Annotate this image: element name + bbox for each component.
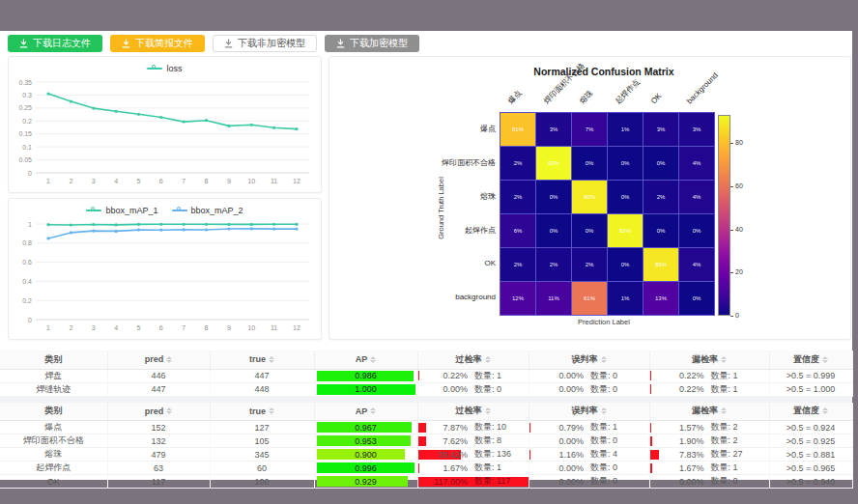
download-log-button[interactable]: 下载日志文件 xyxy=(8,35,102,52)
legend-item-bbox-map-2[interactable]: bbox_mAP_2 xyxy=(172,206,243,215)
column-header[interactable]: 置信度 xyxy=(769,350,852,369)
sort-icon[interactable] xyxy=(269,356,274,363)
matrix-cell: 4% xyxy=(679,147,714,180)
matrix-cell: 3% xyxy=(536,113,571,146)
table-row: 焊印面积不合格 132 105 0.953 7.62%数量: 8 0.00%数量… xyxy=(0,434,852,448)
colorbar-tick-label: 0 xyxy=(735,312,739,319)
matrix-cell: 0% xyxy=(644,214,678,247)
table-row: 爆点 152 127 0.967 7.87%数量: 10 0.79%数量: 1 … xyxy=(0,421,852,434)
colorbar-tick-label: 80 xyxy=(735,139,743,146)
ap-value: 0.929 xyxy=(317,476,415,487)
column-header[interactable]: 过检率 xyxy=(417,350,529,369)
sort-icon[interactable] xyxy=(822,407,828,414)
sort-icon[interactable] xyxy=(601,356,607,363)
metrics-table: 类别predtrueAP过检率误判率漏检率置信度 焊盘 446 447 0.98… xyxy=(0,350,853,397)
table-row: 熔珠 479 345 0.900 39.42%数量: 136 1.16%数量: … xyxy=(0,448,852,462)
legend-item-bbox-map-1[interactable]: bbox_mAP_1 xyxy=(86,206,157,215)
cell-confidence: >0.5 = 0.999 xyxy=(769,369,852,382)
matrix-cell: 92% xyxy=(608,214,643,247)
svg-text:8: 8 xyxy=(205,178,209,184)
download-plain-model-button[interactable]: 下载非加密模型 xyxy=(213,35,317,52)
cell-ap: 0.953 xyxy=(314,434,417,448)
matrix-cell: 0% xyxy=(608,147,643,180)
cell-pred: 63 xyxy=(107,462,210,475)
column-header[interactable]: true xyxy=(210,403,314,421)
svg-text:1: 1 xyxy=(46,324,50,331)
cell-confidence: >0.5 = 1.000 xyxy=(769,382,852,396)
column-header[interactable]: pred xyxy=(107,350,210,369)
cell-pred: 132 xyxy=(107,434,210,448)
sort-icon[interactable] xyxy=(601,407,607,414)
confusion-matrix-title: Normalized Confusion Matrix xyxy=(500,66,708,77)
svg-text:0.2: 0.2 xyxy=(22,118,32,125)
cell-misjudge-rate: 1.16%数量: 4 xyxy=(529,448,649,462)
column-header[interactable]: 漏检率 xyxy=(649,350,769,369)
sort-icon[interactable] xyxy=(269,407,274,414)
column-header[interactable]: 误判率 xyxy=(529,350,649,369)
matrix-row-label: 熔珠 xyxy=(349,191,496,202)
rate-count: 数量: 136 xyxy=(474,448,519,461)
matrix-row-label: OK xyxy=(349,259,496,267)
matrix-cell: 12% xyxy=(500,282,535,315)
sort-icon[interactable] xyxy=(485,407,491,414)
sort-icon[interactable] xyxy=(166,356,172,363)
rate-count: 数量: 2 xyxy=(711,434,756,447)
column-header: 类别 xyxy=(0,350,107,369)
column-header[interactable]: 置信度 xyxy=(769,403,852,421)
rate-count: 数量: 0 xyxy=(590,434,635,447)
download-report-button[interactable]: 下载简报文件 xyxy=(110,35,205,52)
cell-confidence: >0.5 = 0.940 xyxy=(769,475,852,489)
cell-miss-rate: 1.67%数量: 1 xyxy=(649,462,769,475)
download-log-label: 下载日志文件 xyxy=(33,37,91,50)
matrix-cell: 2% xyxy=(572,248,607,281)
matrix-cell: 0% xyxy=(536,214,571,247)
loss-chart-legend: loss xyxy=(9,57,321,74)
cell-over-rate: 0.22%数量: 1 xyxy=(417,369,529,382)
rate-count: 数量: 1 xyxy=(711,383,756,396)
sort-icon[interactable] xyxy=(485,356,491,363)
cell-miss-rate: 1.57%数量: 2 xyxy=(649,421,769,434)
svg-text:2: 2 xyxy=(69,324,72,331)
rate-value: 1.90% xyxy=(664,436,704,446)
rate-value: 7.62% xyxy=(427,436,468,446)
column-header[interactable]: AP xyxy=(314,403,417,421)
download-icon xyxy=(336,39,345,48)
column-header[interactable]: AP xyxy=(314,350,417,369)
svg-text:0.15: 0.15 xyxy=(18,130,32,137)
legend-label: loss xyxy=(166,64,182,73)
sort-icon[interactable] xyxy=(721,407,727,414)
ap-value: 1.000 xyxy=(317,384,415,395)
rate-value: 0.22% xyxy=(664,384,704,394)
rate-value: 117.00% xyxy=(427,477,468,487)
rate-count: 数量: 27 xyxy=(711,448,756,461)
sort-icon[interactable] xyxy=(166,407,172,414)
cell-true: 100 xyxy=(210,475,314,489)
svg-text:3: 3 xyxy=(92,178,96,184)
column-header[interactable]: 过检率 xyxy=(417,403,529,421)
cell-misjudge-rate: 0.00%数量: 0 xyxy=(529,475,649,489)
sort-icon[interactable] xyxy=(822,356,828,363)
legend-label: bbox_mAP_2 xyxy=(191,206,243,215)
svg-text:0.25: 0.25 xyxy=(18,104,32,111)
rate-count: 数量: 0 xyxy=(711,475,756,488)
colorbar-tick-label: 20 xyxy=(735,268,743,275)
svg-text:10: 10 xyxy=(247,178,255,184)
column-header: 类别 xyxy=(0,403,107,421)
legend-item-loss[interactable]: loss xyxy=(147,64,182,73)
column-header[interactable]: 漏检率 xyxy=(649,403,769,421)
column-header[interactable]: 误判率 xyxy=(529,403,649,421)
column-header[interactable]: true xyxy=(210,350,314,369)
matrix-cell: 2% xyxy=(500,147,535,180)
matrix-column-label: 爆点 xyxy=(506,89,524,106)
ap-value: 0.900 xyxy=(317,449,415,460)
sort-icon[interactable] xyxy=(721,356,727,363)
download-encrypted-model-button[interactable]: 下载加密模型 xyxy=(325,35,419,52)
column-header[interactable]: pred xyxy=(107,403,210,421)
download-icon xyxy=(122,39,130,48)
svg-text:0: 0 xyxy=(28,170,32,177)
table-row: OK 117 100 0.929 117.00%数量: 117 0.00%数量:… xyxy=(0,475,852,489)
sort-icon[interactable] xyxy=(370,407,376,414)
cell-misjudge-rate: 0.00%数量: 0 xyxy=(529,369,649,382)
cell-true: 105 xyxy=(210,434,314,448)
sort-icon[interactable] xyxy=(370,356,376,363)
